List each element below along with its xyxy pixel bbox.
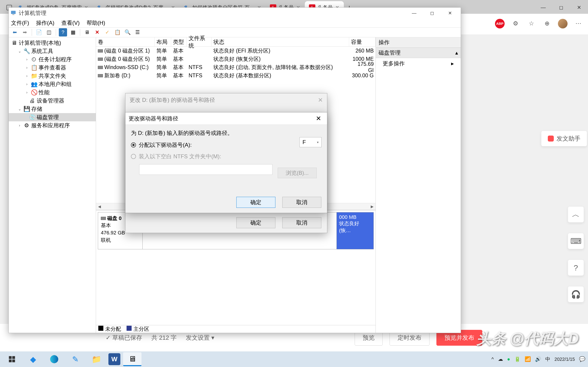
tray-wechat-icon[interactable]: ● [507,356,510,362]
tray-wifi-icon[interactable]: 📶 [525,356,531,362]
computer-icon: 🖥 [11,40,17,46]
adblock-icon[interactable]: ABP [495,19,505,28]
tray-expand-icon[interactable]: ^ [491,356,493,362]
mmc-titlebar[interactable]: 计算机管理 — ◻ ✕ [9,8,461,19]
taskbar-word[interactable]: W [108,353,120,365]
tray-onedrive-icon[interactable]: ☁ [498,356,503,362]
radio-assign-letter[interactable] [131,142,136,148]
help-icon[interactable]: ? [568,260,584,276]
mmc-maximize-button[interactable]: ◻ [423,8,441,19]
tray-volume-icon[interactable]: 🔊 [535,356,541,362]
tray-clock[interactable]: 2022/1/15 [554,357,575,362]
col-capacity[interactable]: 容量 [349,37,376,46]
volume-row[interactable]: 新加卷 (D:) 简单 基本 NTFS 状态良好 (基本数据分区) 300.00… [96,71,376,80]
favorites-star-icon[interactable]: ☆ [526,19,536,29]
svg-rect-5 [12,359,15,362]
tools-icon: 🔧 [23,48,30,54]
action-icon[interactable]: ▦ [69,28,77,36]
dialog2-cancel-button[interactable]: 取消 [282,197,321,208]
actions-section-disk-mgmt[interactable]: 磁盘管理 ▴ [376,48,461,58]
volume-row[interactable]: Windows-SSD (C:) 简单 基本 NTFS 状态良好 (启动, 页面… [96,63,376,71]
nav-back-icon[interactable]: ⬅ [10,28,19,36]
settings-gear-icon[interactable]: ⚙ [510,19,520,29]
taskbar-explorer[interactable]: 📁 [87,352,106,366]
disk-icon [101,217,106,220]
support-headset-icon[interactable]: 🎧 [568,286,584,302]
show-hide-tree-icon[interactable]: ◫ [45,28,53,36]
taskbar-app-3[interactable]: ✎ [66,352,85,366]
dialog1-cancel-button: 取消 [282,217,321,228]
expand-icon[interactable]: › [24,57,29,61]
taskbar-computer-management[interactable]: 🖥 [123,352,141,366]
scroll-left-icon[interactable]: ◀ [96,203,103,210]
col-volume[interactable]: 卷 [96,37,155,46]
menu-file[interactable]: 文件(F) [11,19,29,27]
tray-battery-icon[interactable]: 🔋 [514,356,520,362]
expand-icon[interactable]: › [24,82,29,86]
tree-system-tools[interactable]: ⌄🔧系统工具 [9,47,96,55]
dialog2-close-button[interactable]: ✕ [313,113,324,124]
tree-disk-management[interactable]: 💿磁盘管理 [9,113,96,121]
option-mount-folder[interactable]: 装入以下空白 NTFS 文件夹中(M): [131,153,321,160]
mmc-minimize-button[interactable]: — [405,8,423,19]
start-button[interactable] [3,352,21,366]
publish-settings-dropdown[interactable]: 发文设置 ▾ [186,334,214,342]
tree-performance[interactable]: ›🚫性能 [9,88,96,97]
collections-icon[interactable]: ⊕ [542,19,552,29]
scroll-top-button[interactable]: ︿ [568,206,584,223]
radio-mount-folder[interactable] [131,154,136,159]
col-status[interactable]: 状态 [212,37,349,46]
expand-icon[interactable]: › [24,74,29,78]
tree-event-viewer[interactable]: ›📋事件查看器 [9,64,96,72]
tray-notifications-icon[interactable]: 💬 [579,356,585,362]
col-type[interactable]: 类型 [171,37,187,46]
expand-icon[interactable]: › [24,66,29,70]
properties-icon[interactable]: 📋 [113,28,121,36]
collapse-icon[interactable]: ⌄ [17,49,22,53]
volume-row[interactable]: (磁盘 0 磁盘分区 5) 简单 基本 状态良好 (恢复分区) 1000 ME [96,55,376,63]
tree-storage[interactable]: ⌄💾存储 [9,105,96,113]
menu-help[interactable]: 帮助(H) [86,19,105,27]
taskbar-app-1[interactable]: ◆ [24,352,42,366]
tree-task-scheduler[interactable]: ›⏲任务计划程序 [9,55,96,64]
tree-shared-folders[interactable]: ›📁共享文件夹 [9,72,96,80]
tree-local-users[interactable]: ›👥本地用户和组 [9,80,96,88]
list-icon[interactable]: ☰ [133,28,142,36]
taskbar-edge[interactable] [45,352,63,366]
collapse-icon[interactable]: ⌄ [17,107,22,111]
writing-assistant-button[interactable]: 发文助手 [541,131,587,146]
expand-icon[interactable]: › [24,90,29,94]
dialog2-titlebar[interactable]: 更改驱动器号和路径 ✕ [125,112,327,125]
partition-recovery[interactable]: 000 MB 状态良好 (恢… [337,212,373,249]
tray-ime-label[interactable]: 中 [545,356,550,363]
expand-icon[interactable]: › [17,123,22,127]
refresh-icon[interactable]: 🖥 [83,28,91,36]
volume-icon [98,74,103,77]
tree-device-manager[interactable]: 🖨设备管理器 [9,97,96,105]
up-icon[interactable]: 📄 [35,28,43,36]
scroll-right-icon[interactable]: ▶ [369,203,376,210]
profile-avatar[interactable] [558,19,568,28]
window-minimize-button[interactable]: — [534,1,552,14]
help-icon[interactable]: ? [59,28,67,36]
more-icon[interactable]: ⋯ [573,19,583,29]
check-icon[interactable]: ✓ [103,28,111,36]
tree-services-apps[interactable]: ›⚙服务和应用程序 [9,121,96,130]
volume-row[interactable]: (磁盘 0 磁盘分区 1) 简单 基本 状态良好 (EFI 系统分区) 260 … [96,47,376,55]
actions-more[interactable]: 更多操作 ▸ [376,58,461,69]
find-icon[interactable]: 🔍 [123,28,132,36]
delete-icon[interactable]: ✕ [93,28,101,36]
dialog2-ok-button[interactable]: 确定 [236,197,275,208]
col-filesystem[interactable]: 文件系统 [187,37,212,46]
mmc-close-button[interactable]: ✕ [441,8,459,19]
drive-letter-select[interactable]: F ▾ [300,137,321,147]
window-maximize-button[interactable]: ◻ [552,1,570,14]
option-assign-letter[interactable]: 分配以下驱动器号(A): [131,141,321,149]
col-layout[interactable]: 布局 [155,37,171,46]
menu-action[interactable]: 操作(A) [36,19,54,27]
window-close-button[interactable]: ✕ [570,1,588,14]
nav-forward-icon[interactable]: ➡ [21,28,29,36]
tree-root[interactable]: 🖥计算机管理(本地) [9,39,96,47]
menu-view[interactable]: 查看(V) [61,19,80,27]
keyboard-icon[interactable]: ⌨ [568,233,584,249]
